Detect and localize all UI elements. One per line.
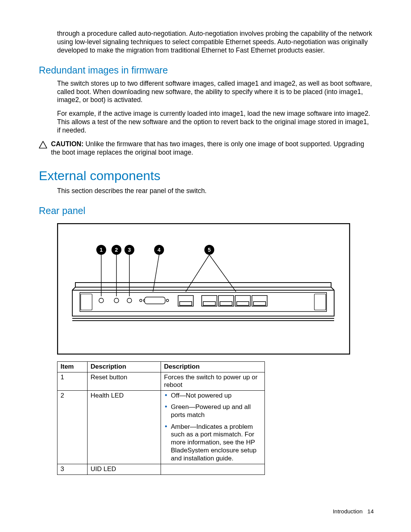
component-table: Item Description Description 1 Reset but… (57, 361, 265, 475)
svg-point-19 (114, 298, 119, 303)
th-desc2: Description (161, 361, 265, 372)
svg-point-23 (166, 299, 169, 302)
list-item: Amber—Indicates a problem such as a port… (171, 423, 261, 463)
cell-item: 1 (57, 372, 88, 390)
callout-1: 1 (100, 247, 103, 253)
table-row: 3 UID LED (57, 464, 265, 475)
svg-rect-31 (237, 302, 249, 305)
callout-5: 5 (208, 247, 211, 253)
svg-rect-25 (180, 302, 192, 305)
svg-point-21 (140, 299, 142, 302)
heading-external-components: External components (39, 168, 374, 183)
sec1-p2: For example, if the active image is curr… (57, 110, 374, 135)
table-row: 2 Health LED Off—Not powered up Green—Po… (57, 390, 265, 464)
cell-desc1: Reset button (88, 372, 161, 390)
table-row: 1 Reset button Forces the switch to powe… (57, 372, 265, 390)
heading-rear-panel: Rear panel (39, 205, 374, 216)
cell-desc1: UID LED (88, 464, 161, 475)
footer-section: Introduction (333, 508, 362, 514)
th-item: Item (57, 361, 88, 372)
svg-rect-27 (203, 302, 215, 305)
rear-panel-diagram: 1 2 3 4 5 (57, 223, 374, 356)
cell-item: 3 (57, 464, 88, 475)
footer-page-number: 14 (367, 508, 374, 514)
callout-2: 2 (115, 247, 118, 253)
callout-4: 4 (158, 247, 161, 253)
list-item: Green—Powered up and all ports match (171, 403, 261, 419)
caution-block: CAUTION: Unlike the firmware that has tw… (39, 140, 374, 157)
svg-point-18 (99, 298, 104, 303)
document-page: through a procedure called auto-negotiat… (0, 0, 411, 532)
svg-rect-29 (220, 302, 232, 305)
list-item: Off—Not powered up (171, 392, 261, 400)
page-footer: Introduction 14 (333, 508, 374, 514)
sec1-p1: The switch stores up to two different so… (57, 80, 374, 105)
cell-desc2: Forces the switch to power up or reboot (161, 372, 265, 390)
caution-text: CAUTION: Unlike the firmware that has tw… (51, 140, 374, 157)
caution-label: CAUTION: (51, 140, 84, 148)
cell-desc2 (161, 464, 265, 475)
cell-item: 2 (57, 390, 88, 464)
caution-body: Unlike the firmware that has two images,… (51, 140, 364, 156)
sec2-p1: This section describes the rear panel of… (57, 187, 374, 195)
svg-rect-33 (253, 302, 266, 305)
heading-redundant-images: Redundant images in firmware (39, 65, 374, 76)
caution-triangle-icon (39, 141, 47, 157)
callout-3: 3 (128, 247, 131, 253)
intro-paragraph: through a procedure called auto-negotiat… (57, 30, 374, 55)
cell-desc2: Off—Not powered up Green—Powered up and … (161, 390, 265, 464)
cell-desc1: Health LED (88, 390, 161, 464)
svg-point-20 (127, 298, 132, 303)
th-desc1: Description (88, 361, 161, 372)
